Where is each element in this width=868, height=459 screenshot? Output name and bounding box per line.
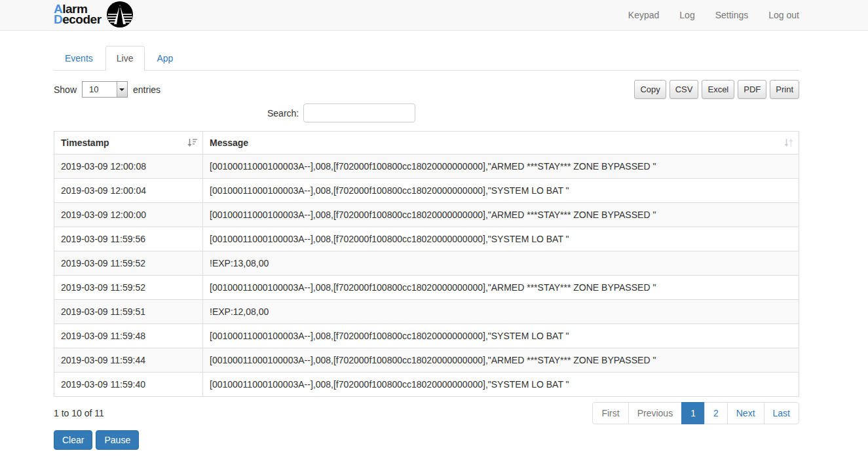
table-row: 2019-03-09 11:59:52 !EXP:13,08,00 [54,251,799,276]
page-2-link[interactable]: 2 [704,402,728,424]
message-cell: [00100011000100003A--],008,[f702000f1008… [203,203,799,227]
timestamp-cell: 2019-03-09 12:00:04 [54,179,203,203]
table-row: 2019-03-09 11:59:52 [00100011000100003A-… [54,276,799,300]
message-cell: [00100011000100003A--],008,[f702000f1008… [203,348,799,373]
timestamp-cell: 2019-03-09 11:59:40 [54,373,203,397]
page-first-link[interactable]: First [592,402,628,424]
sort-both-icon [784,138,793,147]
page-size-select[interactable]: 10 [82,81,128,98]
tab-events-link[interactable]: Events [54,46,104,71]
navbar-links: Keypad Log Settings Log out [628,10,799,20]
csv-button[interactable]: CSV [670,80,699,99]
pagination: First Previous 1 2 Next Last [592,402,799,424]
clear-button[interactable]: Clear [54,430,92,450]
table-row: 2019-03-09 11:59:51 !EXP:12,08,00 [54,300,799,324]
page-last-link[interactable]: Last [764,402,799,424]
message-cell: [00100011000100003A--],008,[f702000f1008… [203,179,799,203]
page-previous-link[interactable]: Previous [628,402,682,424]
table-row: 2019-03-09 11:59:40 [00100011000100003A-… [54,373,799,397]
tab-live[interactable]: Live [105,46,145,71]
tab-events[interactable]: Events [54,46,104,71]
copy-button[interactable]: Copy [634,80,666,99]
table-row: 2019-03-09 12:00:00 [00100011000100003A-… [54,203,799,227]
message-cell: [00100011000100003A--],008,[f702000f1008… [203,373,799,397]
live-log-table: Timestamp Message [54,131,799,397]
table-header-row: Timestamp Message [54,132,799,155]
timestamp-cell: 2019-03-09 11:59:48 [54,324,203,348]
message-cell: [00100011000100003A--],008,[f702000f1008… [203,227,799,251]
page-last[interactable]: Last [764,402,799,424]
lighthouse-logo-icon [107,1,133,28]
nav-log[interactable]: Log [679,10,694,20]
table-info: 1 to 10 of 11 [54,408,104,418]
message-cell: !EXP:12,08,00 [203,300,799,324]
tab-app-link[interactable]: App [146,46,185,71]
navbar: Alarm Decoder Keypad Log Settings Log [0,0,868,31]
timestamp-cell: 2019-03-09 11:59:51 [54,300,203,324]
log-actions: Clear Pause [54,430,799,450]
table-row: 2019-03-09 11:59:44 [00100011000100003A-… [54,348,799,373]
message-cell: [00100011000100003A--],008,[f702000f1008… [203,276,799,300]
entries-label: entries [133,84,160,95]
search-label: Search: [267,108,299,119]
table-row: 2019-03-09 12:00:04 [00100011000100003A-… [54,179,799,203]
page-length-control: Show 10 entries [54,81,160,98]
tab-bar: Events Live App [54,46,799,71]
timestamp-cell: 2019-03-09 11:59:56 [54,227,203,251]
print-button[interactable]: Print [770,80,799,99]
tab-live-link[interactable]: Live [105,46,145,71]
page-previous[interactable]: Previous [629,402,682,424]
message-cell: [00100011000100003A--],008,[f702000f1008… [203,324,799,348]
search-control: Search: [54,103,799,122]
page-1-link[interactable]: 1 [681,402,705,424]
timestamp-cell: 2019-03-09 11:59:44 [54,348,203,373]
brand-text: Alarm Decoder [54,4,102,25]
timestamp-cell: 2019-03-09 11:59:52 [54,276,203,300]
timestamp-cell: 2019-03-09 12:00:08 [54,155,203,179]
message-cell: !EXP:13,08,00 [203,251,799,276]
page-1[interactable]: 1 [682,402,705,424]
excel-button[interactable]: Excel [702,80,734,99]
table-row: 2019-03-09 11:59:48 [00100011000100003A-… [54,324,799,348]
search-input[interactable] [303,103,415,122]
nav-logout[interactable]: Log out [768,10,799,20]
brand-link[interactable]: Alarm Decoder [54,1,133,28]
table-row: 2019-03-09 12:00:08 [00100011000100003A-… [54,155,799,179]
tab-app[interactable]: App [146,46,185,71]
timestamp-cell: 2019-03-09 12:00:00 [54,203,203,227]
pause-button[interactable]: Pause [96,430,139,450]
nav-keypad[interactable]: Keypad [628,10,659,20]
page-first[interactable]: First [592,402,628,424]
page-size-select-wrap: 10 [82,81,128,98]
message-cell: [00100011000100003A--],008,[f702000f1008… [203,155,799,179]
column-header-timestamp[interactable]: Timestamp [54,132,203,155]
table-row: 2019-03-09 11:59:56 [00100011000100003A-… [54,227,799,251]
page-2[interactable]: 2 [705,402,728,424]
page-next-link[interactable]: Next [727,402,764,424]
column-header-message[interactable]: Message [203,132,799,155]
timestamp-cell: 2019-03-09 11:59:52 [54,251,203,276]
show-label: Show [54,84,77,95]
sort-descending-icon [187,138,197,147]
log-table-body: 2019-03-09 12:00:08 [00100011000100003A-… [54,155,799,397]
export-buttons: Copy CSV Excel PDF Print [634,80,799,99]
nav-settings[interactable]: Settings [715,10,749,20]
pdf-button[interactable]: PDF [738,80,766,99]
page-next[interactable]: Next [728,402,764,424]
